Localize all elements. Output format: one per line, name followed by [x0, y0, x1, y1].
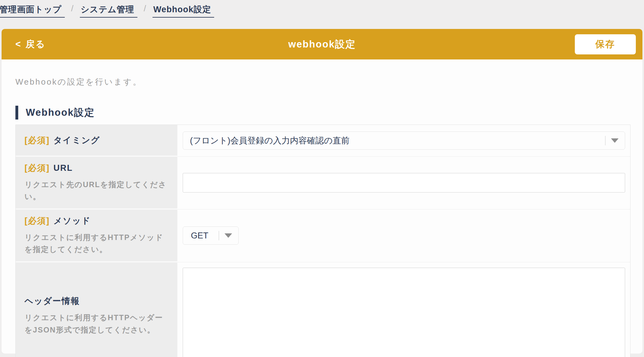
select-divider — [219, 231, 219, 240]
page-description: Webhookの設定を行います。 — [15, 76, 630, 87]
url-input[interactable] — [183, 173, 625, 192]
chevron-down-icon — [611, 138, 619, 143]
method-label-text: メソッド — [53, 216, 91, 226]
page-content: Webhookの設定を行います。 Webhook設定 [必須]タイミング (フロ… — [2, 76, 642, 357]
url-label-cell: [必須]URL リクエスト先のURLを指定してください。 — [16, 157, 177, 209]
back-button-label: 戻る — [25, 38, 46, 51]
headers-label-text: ヘッダー情報 — [25, 296, 80, 306]
timing-select[interactable]: (フロント)会員登録の入力内容確認の直前 — [183, 131, 625, 150]
breadcrumb-separator: / — [144, 4, 147, 14]
method-select[interactable]: GET — [183, 226, 239, 245]
form-row-timing: [必須]タイミング (フロント)会員登録の入力内容確認の直前 — [16, 125, 630, 157]
method-select-value: GET — [191, 231, 208, 241]
form-row-method: [必須]メソッド リクエストに利用するHTTPメソッドを指定してください。 GE… — [16, 209, 630, 262]
breadcrumb-link-webhook-settings[interactable]: Webhook設定 — [153, 3, 214, 18]
breadcrumb: 管理画面トップ / システム管理 / Webhook設定 — [0, 0, 644, 29]
method-label: [必須]メソッド — [25, 215, 170, 226]
form-row-url: [必須]URL リクエスト先のURLを指定してください。 — [16, 157, 630, 209]
timing-label-text: タイミング — [53, 136, 100, 145]
form-row-headers: ヘッダー情報 リクエストに利用するHTTPヘッダーをJSON形式で指定してくださ… — [16, 262, 630, 357]
timing-select-value: (フロント)会員登録の入力内容確認の直前 — [190, 135, 350, 146]
method-helper-text: リクエストに利用するHTTPメソッドを指定してください。 — [25, 231, 170, 256]
url-helper-text: リクエスト先のURLを指定してください。 — [25, 179, 170, 203]
save-button[interactable]: 保存 — [575, 34, 636, 54]
back-button[interactable]: < 戻る — [15, 38, 46, 51]
method-input-cell: GET — [177, 209, 630, 262]
timing-select-caret-area — [605, 132, 625, 149]
headers-textarea[interactable] — [183, 268, 625, 357]
url-label: [必須]URL — [25, 162, 170, 174]
required-badge: [必須] — [25, 163, 50, 173]
timing-label-cell: [必須]タイミング — [16, 125, 177, 157]
required-badge: [必須] — [25, 216, 50, 226]
chevron-down-icon — [225, 233, 232, 238]
headers-label-cell: ヘッダー情報 リクエストに利用するHTTPヘッダーをJSON形式で指定してくださ… — [16, 262, 177, 357]
timing-label: [必須]タイミング — [25, 135, 170, 146]
section-title-text: Webhook設定 — [26, 106, 95, 119]
headers-label: ヘッダー情報 — [25, 295, 170, 307]
section-accent-bar — [15, 106, 18, 120]
breadcrumb-link-admin-top[interactable]: 管理画面トップ — [0, 3, 65, 18]
webhook-form-table: [必須]タイミング (フロント)会員登録の入力内容確認の直前 — [15, 125, 630, 357]
section-title: Webhook設定 — [15, 106, 630, 120]
breadcrumb-link-system-admin[interactable]: システム管理 — [80, 3, 137, 18]
headers-helper-text: リクエストに利用するHTTPヘッダーをJSON形式で指定してください。 — [25, 312, 170, 336]
method-select-caret-area — [219, 227, 238, 244]
required-badge: [必須] — [25, 136, 50, 145]
breadcrumb-separator: / — [71, 4, 74, 14]
headers-input-cell — [177, 262, 630, 357]
chevron-left-icon: < — [15, 39, 22, 49]
page-title: webhook設定 — [288, 38, 356, 51]
method-label-cell: [必須]メソッド リクエストに利用するHTTPメソッドを指定してください。 — [16, 209, 177, 262]
page-header-bar: < 戻る webhook設定 保存 — [2, 29, 642, 59]
webhook-settings-card: < 戻る webhook設定 保存 Webhookの設定を行います。 Webho… — [2, 29, 642, 354]
select-divider — [605, 136, 606, 145]
timing-input-cell: (フロント)会員登録の入力内容確認の直前 — [177, 125, 630, 157]
url-label-text: URL — [53, 163, 73, 173]
url-input-cell — [177, 157, 630, 209]
